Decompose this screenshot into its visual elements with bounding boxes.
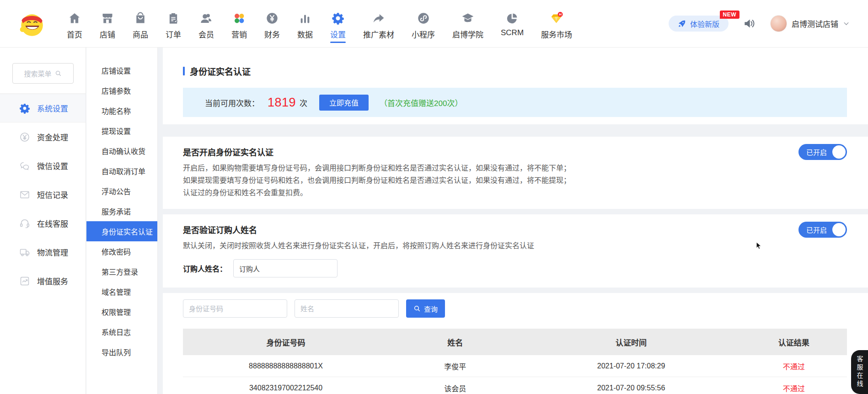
svg-text:H: H bbox=[559, 12, 562, 16]
submenu-item-i3[interactable]: 提现设置 bbox=[86, 121, 157, 141]
submenu-item-i5[interactable]: 自动取消订单 bbox=[86, 161, 157, 181]
data-icon bbox=[299, 12, 311, 25]
nav-item-data[interactable]: 数据 bbox=[297, 0, 313, 47]
page-title-row: 身份证实名认证 bbox=[183, 65, 847, 77]
nav-item-label: 首页 bbox=[67, 28, 82, 40]
nav-item-order[interactable]: 订单 bbox=[166, 0, 181, 47]
page-header-card: 身份证实名认证 当前可用次数： 1819 次 立即充值 （首次充值赠送200次） bbox=[163, 48, 868, 124]
buyer-name-input[interactable] bbox=[233, 259, 338, 277]
sidebar-divider bbox=[0, 84, 86, 94]
nav-item-academy[interactable]: 启博学院 bbox=[452, 0, 483, 47]
quota-banner: 当前可用次数： 1819 次 立即充值 （首次充值赠送200次） bbox=[183, 88, 847, 117]
submenu-item-i12[interactable]: 权限管理 bbox=[86, 302, 157, 322]
announcement-speaker-icon[interactable] bbox=[743, 17, 755, 30]
nav-item-home[interactable]: 首页 bbox=[67, 0, 82, 47]
verify-buyer-toggle[interactable]: 已开启 bbox=[798, 222, 847, 238]
sidebar-item-label: 物流管理 bbox=[37, 246, 68, 258]
nav-item-scrm[interactable]: SCRM bbox=[501, 0, 524, 47]
realname-auth-toggle[interactable]: 已开启 bbox=[798, 144, 847, 160]
yen-icon bbox=[19, 132, 30, 143]
header-auth-time: 认证时间 bbox=[522, 336, 741, 348]
toggle-label: 已开启 bbox=[806, 225, 827, 234]
buyer-name-label: 订购人姓名： bbox=[183, 263, 227, 274]
sidebar-item-label: 微信设置 bbox=[37, 160, 68, 171]
miniprogram-icon bbox=[417, 12, 430, 25]
submenu-item-label: 系统日志 bbox=[102, 326, 131, 337]
shop-icon bbox=[101, 12, 114, 25]
nav-item-goods[interactable]: 商品 bbox=[133, 0, 148, 47]
nav-item-market[interactable]: H 服务市场 bbox=[541, 0, 572, 47]
submenu-item-i0[interactable]: 店铺设置 bbox=[86, 60, 157, 80]
wechat-icon bbox=[19, 160, 30, 171]
try-new-version-button[interactable]: 体验新版 NEW bbox=[669, 16, 729, 32]
menu-search-input[interactable]: 搜索菜单 bbox=[12, 63, 74, 84]
nav-item-promo[interactable]: 推广素材 bbox=[363, 0, 394, 47]
sidebar-item-headset[interactable]: 在线客服 bbox=[0, 209, 86, 238]
submenu-item-i8[interactable]: 身份证实名认证 bbox=[86, 221, 157, 241]
name-search-input[interactable] bbox=[295, 299, 399, 318]
sidebar-item-chart[interactable]: 增值服务 bbox=[0, 266, 86, 295]
nav-item-label: 推广素材 bbox=[363, 28, 394, 40]
nav-item-label: 小程序 bbox=[412, 28, 435, 40]
submenu-item-i1[interactable]: 店铺参数 bbox=[86, 80, 157, 101]
customer-service-widget[interactable]: 客服在线 bbox=[851, 350, 868, 394]
brand-logo-icon[interactable] bbox=[17, 10, 46, 38]
truck-icon bbox=[19, 247, 30, 258]
submenu-item-i13[interactable]: 系统日志 bbox=[86, 322, 157, 342]
nav-item-label: 数据 bbox=[297, 28, 313, 40]
query-button-label: 查询 bbox=[424, 304, 438, 314]
submenu-item-i9[interactable]: 修改密码 bbox=[86, 241, 157, 261]
nav-item-miniprogram[interactable]: 小程序 bbox=[412, 0, 435, 47]
submenu-item-i11[interactable]: 域名管理 bbox=[86, 282, 157, 302]
nav-item-marketing[interactable]: 营销 bbox=[231, 0, 247, 47]
submenu-item-i2[interactable]: 功能名称 bbox=[86, 101, 157, 121]
quota-unit: 次 bbox=[300, 97, 307, 108]
auth-table: 身份证号码 姓名 认证时间 认证结果 88888888888888801X 李俊… bbox=[183, 329, 847, 394]
cell-id-number: 340823197002212540 bbox=[183, 384, 389, 392]
submenu-item-i6[interactable]: 浮动公告 bbox=[86, 181, 157, 201]
cell-id-number: 88888888888888801X bbox=[183, 362, 389, 370]
nav-item-label: 设置 bbox=[330, 28, 346, 40]
nav-item-label: 启博学院 bbox=[452, 28, 483, 40]
nav-item-label: 营销 bbox=[231, 28, 247, 40]
first-recharge-note: （首次充值赠送200次） bbox=[380, 97, 462, 108]
nav-item-member[interactable]: 会员 bbox=[198, 0, 214, 47]
marketing-icon bbox=[233, 12, 246, 25]
account-menu[interactable]: 启博测试店铺 bbox=[770, 15, 850, 32]
sidebar-item-wechat[interactable]: 微信设置 bbox=[0, 151, 86, 180]
sidebar-item-mail[interactable]: 短信记录 bbox=[0, 180, 86, 209]
auth-records-card: 查询 身份证号码 姓名 认证时间 认证结果 88888888888888801X… bbox=[163, 293, 868, 394]
sidebar-item-truck[interactable]: 物流管理 bbox=[0, 238, 86, 266]
quota-label: 当前可用次数： bbox=[205, 97, 259, 108]
academy-icon bbox=[461, 12, 474, 25]
cell-auth-time: 2021-07-20 09:55:56 bbox=[522, 384, 741, 392]
nav-item-shop[interactable]: 店铺 bbox=[100, 0, 115, 47]
toggle-label: 已开启 bbox=[806, 147, 827, 157]
record-search-row: 查询 bbox=[183, 299, 847, 318]
market-icon: H bbox=[550, 12, 563, 25]
submenu-item-i7[interactable]: 服务承诺 bbox=[86, 201, 157, 221]
submenu-item-i4[interactable]: 自动确认收货 bbox=[86, 141, 157, 161]
order-icon bbox=[167, 12, 180, 25]
sidebar: 搜索菜单 系统设置 资金处理 微信设置 短信记录 在线客服 bbox=[0, 48, 86, 394]
nav-item-finance[interactable]: 财务 bbox=[264, 0, 280, 47]
submenu-item-label: 修改密码 bbox=[102, 246, 131, 257]
promo-icon bbox=[372, 12, 385, 25]
submenu-item-i14[interactable]: 导出队列 bbox=[86, 342, 157, 362]
query-button[interactable]: 查询 bbox=[406, 299, 445, 318]
main-content: 身份证实名认证 当前可用次数： 1819 次 立即充值 （首次充值赠送200次）… bbox=[158, 48, 868, 394]
sidebar-item-yen[interactable]: 资金处理 bbox=[0, 122, 86, 151]
cell-auth-result: 不通过 bbox=[741, 383, 847, 394]
submenu-item-label: 自动取消订单 bbox=[102, 165, 145, 176]
id-number-search-input[interactable] bbox=[183, 299, 287, 318]
sidebar-item-gear[interactable]: 系统设置 bbox=[0, 94, 86, 122]
nav-item-label: 财务 bbox=[264, 28, 280, 40]
recharge-button[interactable]: 立即充值 bbox=[319, 95, 369, 111]
nav-item-settings[interactable]: 设置 bbox=[330, 0, 346, 47]
desc-line-3: 认证过的身份证和姓名不会重复扣费。 bbox=[183, 186, 847, 199]
header-auth-result: 认证结果 bbox=[741, 336, 847, 348]
section-description: 开启后，如果购物需要填写身份证号码，会调用接口判断身份证和姓名是否通过实名认证，… bbox=[183, 162, 847, 199]
submenu-item-i10[interactable]: 第三方登录 bbox=[86, 261, 157, 282]
menu-search-placeholder: 搜索菜单 bbox=[24, 69, 51, 78]
section-title: 是否验证订购人姓名 bbox=[183, 224, 847, 235]
